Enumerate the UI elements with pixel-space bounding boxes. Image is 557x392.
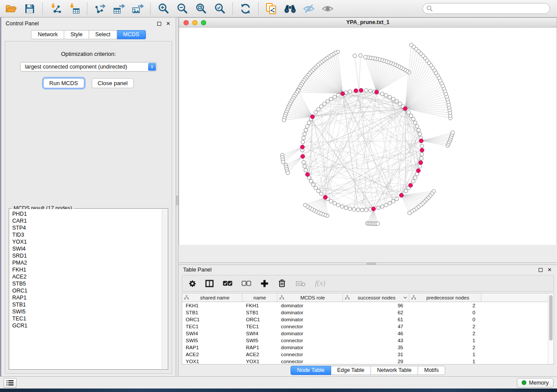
column-header-name[interactable]: name [242, 293, 277, 302]
tab-style[interactable]: Style [64, 30, 89, 39]
table-row[interactable]: YOX1YOX1connector291 [182, 358, 554, 364]
table-cell: connector [277, 337, 343, 344]
network-canvas[interactable] [179, 28, 557, 244]
table-row[interactable]: SWI4SWI4dominator462 [182, 330, 554, 337]
mcds-result-item[interactable]: STB1 [12, 301, 162, 308]
table-row[interactable]: RAP1RAP1dominator352 [182, 344, 554, 351]
import-network-icon[interactable] [49, 2, 62, 15]
network-window-titlebar[interactable]: YPA_prune.txt_1 [179, 18, 557, 28]
save-session-icon[interactable] [23, 2, 36, 15]
table-panel: Table Panel ✕ [179, 265, 557, 376]
add-row-icon[interactable] [260, 279, 269, 288]
search-input[interactable] [422, 3, 550, 14]
mcds-result-item[interactable]: STP4 [12, 224, 162, 231]
export-table-icon[interactable] [112, 2, 125, 15]
show-columns-icon[interactable] [205, 280, 214, 287]
tab-edge-table[interactable]: Edge Table [331, 366, 371, 375]
table-scrollbar[interactable] [548, 293, 554, 364]
mcds-result-item[interactable]: GCR1 [12, 322, 162, 329]
mcds-result-item[interactable]: ACE2 [12, 273, 162, 280]
optimization-criterion-select[interactable]: largest connected component (undirected)… [20, 62, 157, 72]
close-window-icon[interactable] [183, 20, 189, 25]
column-header-predecessor-nodes[interactable]: predecessor nodes [409, 293, 481, 302]
splitter-handle[interactable] [367, 263, 376, 265]
result-list-scrollbar[interactable] [162, 209, 167, 369]
table-row[interactable]: STB1STB1dominator620 [182, 309, 554, 316]
column-header-mcds-role[interactable]: MCDS role [277, 293, 343, 302]
float-panel-icon[interactable] [157, 22, 161, 26]
column-header-shared-name[interactable]: shared name [182, 293, 242, 302]
mcds-result-item[interactable]: ORC1 [12, 287, 162, 294]
mcds-result-item[interactable]: YOX1 [12, 238, 162, 245]
mcds-result-list[interactable]: PHD1CAR1STP4TID3YOX1SWI4SRD1PMA2FKH1ACE2… [10, 209, 162, 369]
toolbar-separator [150, 3, 151, 15]
mcds-result-item[interactable]: TEC1 [12, 315, 162, 322]
table-toolbar: f(x) [182, 275, 554, 292]
deselect-all-rows-icon[interactable] [242, 281, 251, 286]
mcds-result-item[interactable]: TID3 [12, 231, 162, 238]
task-history-button[interactable] [3, 378, 17, 388]
tab-network-table[interactable]: Network Table [371, 366, 418, 375]
tab-node-table[interactable]: Node Table [291, 366, 331, 375]
column-header-successor-nodes[interactable]: successor nodes [343, 293, 409, 302]
control-panel-tabs: Network Style Select MCDS [1, 30, 176, 39]
zoom-fit-icon[interactable] [194, 2, 208, 15]
close-panel-icon[interactable]: ✕ [547, 268, 552, 272]
mcds-result-item[interactable]: SWI4 [12, 245, 162, 252]
search-binoculars-icon[interactable] [284, 2, 297, 15]
zoom-selected-icon[interactable] [213, 2, 226, 15]
float-panel-icon[interactable] [539, 268, 543, 272]
delete-row-icon[interactable] [278, 279, 286, 288]
table-cell: ACE2 [182, 351, 242, 358]
hide-graphics-details-icon[interactable] [302, 2, 315, 15]
table-row[interactable]: SWI5SWI5connector431 [182, 337, 554, 344]
settings-gear-icon[interactable] [189, 280, 196, 287]
mcds-result-item[interactable]: SWI5 [12, 308, 162, 315]
tab-select[interactable]: Select [89, 30, 117, 39]
tab-motifs[interactable]: Motifs [418, 366, 445, 375]
table-cell: dominator [277, 309, 343, 316]
column-header-filler [481, 293, 554, 302]
mcds-result-item[interactable]: PMA2 [12, 259, 162, 266]
tab-mcds[interactable]: MCDS [117, 30, 146, 39]
import-table-icon[interactable] [68, 2, 81, 15]
table-cell: connector [277, 358, 343, 364]
open-file-icon[interactable] [4, 2, 17, 15]
search-field-wrap [422, 3, 550, 14]
mcds-result-item[interactable]: RAP1 [12, 294, 162, 301]
zoom-in-icon[interactable] [157, 2, 170, 15]
mcds-result-item[interactable]: CAR1 [12, 217, 162, 224]
memory-button[interactable]: Memory [517, 378, 554, 388]
close-panel-icon[interactable]: ✕ [166, 22, 170, 26]
refresh-layout-icon[interactable] [239, 2, 252, 15]
maximize-window-icon[interactable] [201, 20, 206, 25]
select-all-rows-icon[interactable] [223, 281, 232, 286]
mcds-result-item[interactable]: STB5 [12, 280, 162, 287]
export-network-icon[interactable] [93, 2, 107, 15]
optimization-criterion-label: Optimization criterion: [61, 51, 116, 57]
table-row[interactable]: ORC1ORC1dominator610 [182, 316, 554, 323]
table-cell: 43 [343, 337, 409, 344]
network-graph[interactable] [179, 28, 557, 244]
mcds-result-item[interactable]: FKH1 [12, 266, 162, 273]
table-cell: STB1 [182, 309, 242, 316]
table-cell: dominator [277, 302, 343, 309]
splitter-handle[interactable] [176, 196, 178, 205]
mcds-result-item[interactable]: PHD1 [12, 210, 162, 217]
mcds-result-item[interactable]: SRD1 [12, 252, 162, 259]
show-graphics-details-icon [321, 2, 334, 15]
table-row[interactable]: FKH1FKH1dominator962 [182, 302, 554, 309]
network-view-window: YPA_prune.txt_1 [179, 17, 557, 245]
run-mcds-button[interactable]: Run MCDS [43, 78, 84, 88]
minimize-window-icon[interactable] [192, 20, 197, 25]
table-row[interactable]: ACE2ACE2connector311 [182, 351, 554, 358]
zoom-out-icon[interactable] [176, 2, 189, 15]
scrollbar-thumb[interactable] [549, 295, 553, 340]
table-row[interactable]: TEC1TEC1connector472 [182, 323, 554, 330]
close-panel-button[interactable]: Close panel [92, 78, 134, 88]
table-cell: 1 [409, 351, 481, 358]
export-image-icon[interactable] [131, 2, 144, 15]
vertical-splitter[interactable] [176, 17, 179, 376]
tab-network[interactable]: Network [31, 30, 64, 39]
copy-network-icon[interactable] [265, 2, 278, 15]
